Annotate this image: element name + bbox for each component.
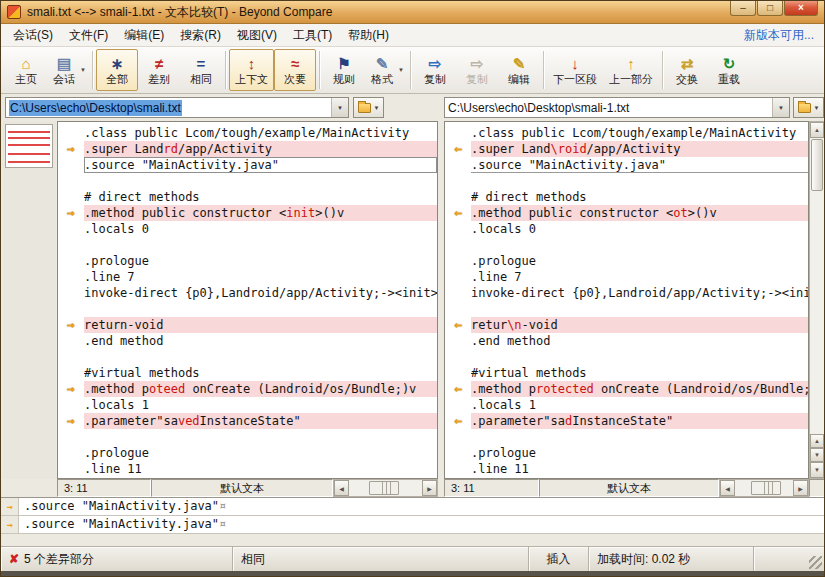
swap-button[interactable]: ⇄交换 (666, 49, 708, 91)
code-line[interactable] (445, 301, 808, 317)
code-line[interactable] (58, 429, 437, 445)
overview-strip[interactable] (3, 121, 56, 479)
menu-file[interactable]: 文件(F) (61, 24, 116, 47)
scroll-left-icon[interactable]: ◀ (720, 480, 735, 496)
right-format-indicator[interactable]: 默认文本 (539, 479, 719, 497)
code-line[interactable]: .locals 1 (58, 397, 437, 413)
code-line[interactable]: →.method public constructor <ot>()v (445, 205, 808, 221)
code-line[interactable] (58, 237, 437, 253)
vertical-scrollbar-thumb[interactable] (811, 139, 823, 191)
code-line[interactable]: .class public Lcom/tough/example/MainAct… (58, 125, 437, 141)
diff-map-thumbnail[interactable] (5, 124, 53, 168)
menu-search[interactable]: 搜索(R) (172, 24, 229, 47)
copy-to-right-button[interactable]: ⇨复制 (414, 49, 456, 91)
menu-edit[interactable]: 编辑(E) (116, 24, 172, 47)
code-line[interactable]: # direct methods (445, 189, 808, 205)
left-format-indicator[interactable]: 默认文本 (151, 479, 333, 497)
code-line[interactable]: →.super Land\roid/app/Activity (445, 141, 808, 157)
edit-button[interactable]: ✎编辑 (498, 49, 540, 91)
update-available-link[interactable]: 新版本可用... (744, 27, 814, 44)
code-line[interactable]: invoke-direct {p0},Landroid/app/Activity… (445, 285, 808, 301)
code-line[interactable]: →retur\n-void (445, 317, 808, 333)
code-line[interactable]: .class public Lcom/tough/example/MainAct… (445, 125, 808, 141)
menu-help[interactable]: 帮助(H) (340, 24, 397, 47)
sessions-button[interactable]: ▤会话▼ (47, 49, 89, 91)
code-line[interactable]: #virtual methods (445, 365, 808, 381)
right-horizontal-scrollbar[interactable]: ◀ ▶ (719, 479, 809, 497)
right-file-pane[interactable]: .class public Lcom/tough/example/MainAct… (444, 121, 809, 479)
left-hscroll-track[interactable] (349, 480, 422, 496)
code-line[interactable]: .end method (445, 333, 808, 349)
code-line[interactable] (58, 301, 437, 317)
code-line[interactable]: .locals 1 (445, 397, 808, 413)
rules-button[interactable]: ⚑规则 (323, 49, 365, 91)
code-line[interactable] (445, 237, 808, 253)
code-line[interactable]: .end method (58, 333, 437, 349)
show-all-button[interactable]: ∗全部 (96, 49, 138, 91)
home-button[interactable]: ⌂主页 (5, 49, 47, 91)
code-line[interactable] (445, 429, 808, 445)
code-line[interactable]: # direct methods (58, 189, 437, 205)
left-hscroll-thumb[interactable] (369, 481, 399, 495)
dropdown-caret-icon[interactable]: ▼ (80, 67, 86, 73)
show-context-button[interactable]: ↕上下文 (229, 49, 274, 91)
left-horizontal-scrollbar[interactable]: ◀ ▶ (333, 479, 438, 497)
code-line[interactable]: invoke-direct {p0},Landroid/app/Activity… (58, 285, 437, 301)
next-diff-icon[interactable]: ▼ (810, 448, 824, 462)
menu-session[interactable]: 会话(S) (5, 24, 61, 47)
menu-tools[interactable]: 工具(T) (285, 24, 340, 47)
right-hscroll-track[interactable] (735, 480, 793, 496)
code-line[interactable]: .line 7 (445, 269, 808, 285)
code-line[interactable]: .line 11 (58, 461, 437, 477)
right-path-dropdown-icon[interactable]: ▼ (772, 98, 789, 117)
scroll-up-icon[interactable]: ▲ (810, 122, 824, 138)
format-button[interactable]: ✎格式▼ (365, 49, 407, 91)
code-line[interactable]: .locals 0 (445, 221, 808, 237)
code-line[interactable]: →return-void (58, 317, 437, 333)
right-hscroll-thumb[interactable] (751, 481, 781, 495)
left-file-pane[interactable]: .class public Lcom/tough/example/MainAct… (57, 121, 438, 479)
left-path-dropdown-icon[interactable]: ▼ (331, 98, 348, 117)
code-line[interactable]: →.method public constructor <init>()v (58, 205, 437, 221)
code-line[interactable]: #virtual methods (58, 365, 437, 381)
code-line[interactable] (58, 349, 437, 365)
detail-line[interactable]: →.source "MainActivity.java"¤ (1, 516, 824, 534)
minimize-button[interactable]: – (730, 1, 756, 16)
left-file-path-combo[interactable]: C:\Users\echo\Desktop\smali.txt ▼ (5, 97, 349, 118)
scroll-right-icon[interactable]: ▶ (793, 480, 808, 496)
resize-grip-icon[interactable] (809, 556, 822, 569)
left-browse-button[interactable]: ▼ (353, 97, 384, 118)
code-line[interactable] (445, 173, 808, 189)
right-browse-button[interactable]: ▼ (793, 97, 824, 118)
code-line[interactable] (58, 173, 437, 189)
reload-button[interactable]: ↻重载 (708, 49, 750, 91)
prev-section-button[interactable]: ↑上一部分 (603, 49, 659, 91)
code-line[interactable]: .prologue (445, 445, 808, 461)
code-line[interactable]: .prologue (445, 253, 808, 269)
show-same-button[interactable]: =相同 (180, 49, 222, 91)
code-line[interactable]: .line 11 (445, 461, 808, 477)
code-line[interactable]: →.method protected onCreate (Landroid/os… (445, 381, 808, 397)
prev-diff-icon[interactable]: ▲ (810, 434, 824, 448)
dropdown-caret-icon[interactable]: ▼ (398, 67, 404, 73)
detail-line[interactable]: →.source "MainActivity.java"¤ (1, 498, 824, 516)
scroll-left-icon[interactable]: ◀ (334, 480, 349, 496)
code-line[interactable]: .source "MainActivity.java" (58, 157, 437, 173)
code-line[interactable]: →.parameter"sadInstanceState" (445, 413, 808, 429)
code-line[interactable]: .line 7 (58, 269, 437, 285)
ignore-unimportant-button[interactable]: ≈次要 (274, 49, 316, 91)
vertical-scrollbar-track[interactable] (810, 192, 824, 434)
maximize-button[interactable]: □ (757, 1, 783, 16)
right-file-path-combo[interactable]: C:\Users\echo\Desktop\smali-1.txt ▼ (444, 97, 790, 118)
show-differences-button[interactable]: ≠差别 (138, 49, 180, 91)
vertical-scrollbar[interactable]: ▲ ▲ ▼ ▼ (809, 121, 825, 479)
code-line[interactable]: .prologue (58, 445, 437, 461)
scroll-down-icon[interactable]: ▼ (810, 462, 824, 478)
close-button[interactable]: × (784, 1, 818, 16)
code-line[interactable]: .source "MainActivity.java" (445, 157, 808, 173)
menu-view[interactable]: 视图(V) (229, 24, 285, 47)
next-section-button[interactable]: ↓下一区段 (547, 49, 603, 91)
code-line[interactable]: →.parameter"savedInstanceState" (58, 413, 437, 429)
code-line[interactable] (445, 349, 808, 365)
titlebar[interactable]: smali.txt <--> smali-1.txt - 文本比较(T) - B… (1, 1, 824, 24)
